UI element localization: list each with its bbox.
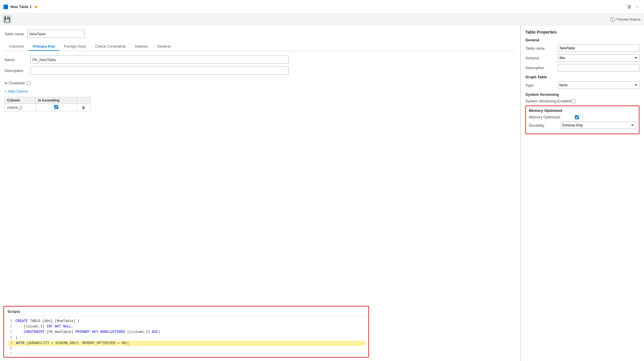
script-line-6: 6 bbox=[7, 346, 365, 352]
delete-row-button[interactable]: 🗑 bbox=[82, 105, 86, 110]
tab-foreign-keys[interactable]: Foreign Keys bbox=[59, 42, 91, 51]
main-layout: Table name Columns Primary Key Foreign K… bbox=[0, 25, 644, 361]
line-code: WITH (DURABILITY = SCHEMA_ONLY, MEMORY_O… bbox=[16, 341, 130, 346]
save-button[interactable]: 💾 bbox=[3, 16, 11, 23]
name-input[interactable] bbox=[30, 56, 289, 64]
is-ascending-checkbox[interactable] bbox=[54, 105, 58, 109]
tab-primary-key[interactable]: Primary Key bbox=[28, 42, 59, 51]
description-label: Description bbox=[5, 69, 28, 73]
prop-table-name-label: Table name bbox=[525, 46, 558, 50]
script-line-5: 5 WITH (DURABILITY = SCHEMA_ONLY, MEMORY… bbox=[7, 341, 365, 346]
prop-memory-optimized: Memory Optimized bbox=[529, 115, 636, 119]
is-ascending-cell bbox=[36, 104, 77, 111]
table-row: column_1 🗑 bbox=[5, 104, 91, 111]
tab-check-constraints[interactable]: Check Constraints bbox=[91, 42, 130, 51]
memory-optimized-checkbox[interactable] bbox=[575, 115, 579, 119]
is-clustered-row: Is Clustered bbox=[5, 81, 516, 85]
memory-optimized-box: Memory Optimized Memory Optimized Durabi… bbox=[525, 106, 639, 134]
panel-title: Table Properties bbox=[525, 30, 639, 34]
prop-sys-versioning: System Versioning Enabled bbox=[525, 99, 639, 103]
prop-sys-versioning-label: System Versioning Enabled bbox=[525, 99, 571, 103]
action-header bbox=[77, 97, 90, 104]
left-panel: Table name Columns Primary Key Foreign K… bbox=[0, 25, 521, 361]
line-number: 3 bbox=[7, 329, 12, 335]
preview-feature[interactable]: i Preview feature bbox=[610, 17, 641, 22]
sys-versioning-checkbox[interactable] bbox=[571, 99, 575, 103]
is-ascending-header: Is Ascending bbox=[36, 97, 77, 104]
more-options-button[interactable]: ··· bbox=[635, 3, 641, 11]
prop-description-input[interactable] bbox=[558, 64, 639, 71]
prop-description-label: Description bbox=[525, 66, 558, 70]
name-row: Name bbox=[5, 56, 516, 64]
tab-general[interactable]: General bbox=[153, 42, 175, 51]
memory-optimized-title: Memory Optimized bbox=[529, 108, 636, 113]
description-input[interactable] bbox=[30, 67, 289, 75]
info-icon: i bbox=[610, 17, 615, 22]
prop-table-name-input[interactable] bbox=[558, 44, 639, 52]
script-line-2: 2 [column_1] INT NOT NULL, bbox=[7, 324, 365, 329]
is-clustered-label: Is Clustered bbox=[5, 81, 24, 85]
preview-feature-label: Preview feature bbox=[617, 17, 641, 22]
line-number: 4 bbox=[7, 335, 12, 341]
add-column-label: + Add Column bbox=[5, 89, 28, 93]
line-code: CONSTRAINT [PK_NewTable] PRIMARY KEY NON… bbox=[16, 329, 160, 335]
graph-table-section-title: Graph Table bbox=[525, 75, 639, 79]
table-icon bbox=[3, 5, 8, 9]
title-bar-right: ⊞ ··· bbox=[626, 3, 641, 11]
scripts-section: Scripts 1 CREATE TABLE [dbo].[NewTable] … bbox=[3, 306, 369, 358]
toolbar-row: 💾 i Preview feature bbox=[0, 14, 644, 25]
script-line-1: 1 CREATE TABLE [dbo].[NewTable] ( bbox=[7, 319, 365, 324]
primary-key-form: Name Description bbox=[5, 56, 516, 77]
general-section-title: General bbox=[525, 38, 639, 42]
unsaved-dot bbox=[35, 6, 37, 8]
prop-graph-type-label: Type bbox=[525, 83, 558, 87]
prop-graph-type: Type None Node Edge bbox=[525, 81, 639, 89]
description-row: Description bbox=[5, 67, 516, 75]
prop-durability-label: Durability bbox=[529, 123, 561, 128]
tab-columns[interactable]: Columns bbox=[5, 42, 28, 51]
add-column-button[interactable]: + Add Column bbox=[5, 89, 516, 94]
column-header: Column bbox=[5, 97, 36, 104]
line-number: 1 bbox=[7, 319, 12, 324]
is-clustered-checkbox[interactable] bbox=[27, 81, 31, 85]
tab-indexes[interactable]: Indexes bbox=[130, 42, 153, 51]
scripts-title: Scripts bbox=[4, 309, 368, 316]
line-code: [column_1] INT NOT NULL, bbox=[16, 324, 74, 329]
prop-memory-optimized-label: Memory Optimized bbox=[529, 115, 575, 119]
line-number: 7 bbox=[7, 352, 12, 357]
script-line-3: 3 CONSTRAINT [PK_NewTable] PRIMARY KEY N… bbox=[7, 329, 365, 335]
table-name-row: Table name bbox=[5, 30, 516, 38]
prop-graph-type-select[interactable]: None Node Edge bbox=[558, 81, 639, 89]
scripts-body: 1 CREATE TABLE [dbo].[NewTable] ( 2 [col… bbox=[4, 316, 368, 358]
line-code: CREATE TABLE [dbo].[NewTable] ( bbox=[16, 319, 80, 324]
script-line-4: 4 ) bbox=[7, 335, 365, 341]
title-bar-left: New Table 1 bbox=[3, 5, 37, 9]
primary-key-table: Column Is Ascending column_1 🗑 bbox=[5, 97, 91, 111]
line-code: ) bbox=[16, 335, 18, 341]
delete-cell: 🗑 bbox=[77, 104, 90, 111]
line-number: 5 bbox=[8, 341, 13, 346]
prop-schema-select[interactable]: dbo guest sys bbox=[558, 54, 639, 62]
right-panel: Table Properties General Table name Sche… bbox=[521, 25, 644, 361]
window-title: New Table 1 bbox=[10, 5, 32, 9]
line-number: 2 bbox=[7, 324, 12, 329]
prop-durability-select[interactable]: Schema Only Schema And Data bbox=[561, 122, 636, 129]
table-name-label: Table name bbox=[5, 32, 24, 36]
prop-description: Description bbox=[525, 64, 639, 71]
prop-durability: Durability Schema Only Schema And Data bbox=[529, 122, 636, 129]
grid-view-button[interactable]: ⊞ bbox=[626, 3, 632, 11]
script-line-7: 7 bbox=[7, 352, 365, 357]
tabs: Columns Primary Key Foreign Keys Check C… bbox=[5, 42, 516, 51]
prop-table-name: Table name bbox=[525, 44, 639, 52]
column-cell: column_1 bbox=[5, 104, 36, 111]
prop-schema: Schema dbo guest sys bbox=[525, 54, 639, 62]
toolbar-left: 💾 bbox=[3, 16, 11, 23]
line-number: 6 bbox=[7, 346, 12, 352]
title-bar: New Table 1 ⊞ ··· bbox=[0, 0, 644, 14]
system-versioning-title: System Versioning bbox=[525, 92, 639, 97]
name-label: Name bbox=[5, 58, 28, 62]
prop-schema-label: Schema bbox=[525, 56, 558, 60]
table-name-input[interactable] bbox=[27, 30, 85, 38]
